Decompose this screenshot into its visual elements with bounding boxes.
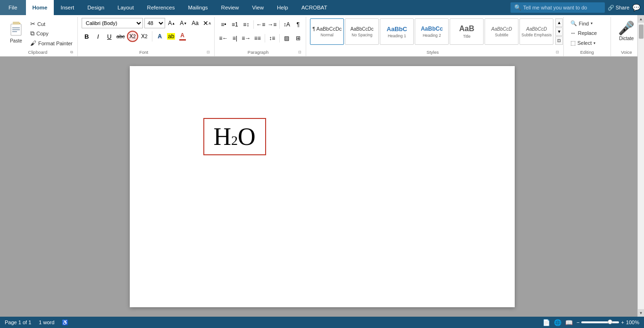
tabs-right: 🔍 Tell me what you want to do 🔗 Share 💬 — [510, 0, 644, 15]
multilevel-button[interactable]: ≡↕ — [241, 19, 251, 30]
zoom-out-button[interactable]: − — [577, 320, 579, 325]
dictate-button[interactable]: 🎤 Dictate — [614, 18, 638, 43]
styles-scroll: ▲ ▼ ⊡ — [555, 18, 563, 45]
tab-view[interactable]: View — [245, 0, 270, 15]
find-button[interactable]: 🔍 Find ▾ — [568, 19, 595, 28]
para-divider-4 — [279, 34, 280, 42]
numbering-button[interactable]: ≡1 — [230, 19, 240, 30]
style-title[interactable]: AaB Title — [450, 18, 484, 45]
paragraph-label: Paragraph — [218, 48, 298, 56]
select-button[interactable]: ⬚ Select ▾ — [568, 38, 599, 48]
show-marks-button[interactable]: ¶ — [293, 19, 303, 30]
replace-button[interactable]: ↔ Replace — [568, 28, 600, 38]
editing-group: 🔍 Find ▾ ↔ Replace ⬚ Select ▾ Editing — [564, 17, 611, 56]
align-left-button[interactable]: ≡← — [218, 33, 229, 43]
editing-label-row: Editing — [568, 48, 607, 56]
text-effects-button[interactable]: A — [155, 31, 165, 42]
svg-rect-4 — [12, 29, 20, 30]
zoom-slider[interactable] — [581, 321, 619, 323]
shrink-font-button[interactable]: A▼ — [178, 18, 189, 28]
decrease-indent-button[interactable]: ←≡ — [256, 19, 266, 30]
style-heading1[interactable]: AaBbC Heading 1 — [380, 18, 414, 45]
superscript-button[interactable]: X2 — [139, 31, 150, 42]
document-area[interactable]: H2O — [0, 57, 644, 317]
accessibility-icon[interactable]: ♿ — [62, 320, 68, 326]
change-case-button[interactable]: Aa — [190, 18, 201, 28]
tab-home[interactable]: Home — [26, 0, 54, 15]
tab-design[interactable]: Design — [81, 0, 111, 15]
paste-button[interactable]: Paste — [6, 18, 26, 45]
svg-rect-5 — [12, 31, 17, 32]
underline-button[interactable]: U — [104, 31, 115, 42]
ribbon-search-box[interactable]: 🔍 Tell me what you want to do — [510, 2, 605, 13]
scroll-thumb[interactable] — [639, 25, 644, 39]
tab-acrobat[interactable]: ACROBAT — [295, 0, 334, 15]
italic-button[interactable]: I — [93, 31, 103, 42]
h2o-formula-text: H2O — [214, 123, 256, 151]
scroll-up-arrow[interactable]: ▲ — [638, 15, 644, 23]
styles-content: ¶ AaBbCcDc Normal AaBbCcDc No Spacing Aa… — [310, 17, 563, 48]
clear-formatting-button[interactable]: ✕A — [202, 18, 212, 28]
font-size-select[interactable]: 48 — [144, 18, 165, 28]
bold-button[interactable]: B — [82, 31, 92, 42]
para-row-1: ≡• ≡1 ≡↕ ←≡ →≡ ↕A ¶ — [218, 18, 303, 31]
zoom-in-button[interactable]: + — [621, 320, 624, 325]
clipboard-expand-icon[interactable]: ⧉ — [70, 50, 74, 55]
font-expand-icon[interactable]: ⊡ — [206, 50, 210, 55]
styles-group: ¶ AaBbCcDc Normal AaBbCcDc No Spacing Aa… — [306, 17, 563, 56]
increase-indent-button[interactable]: →≡ — [267, 19, 277, 30]
style-subtle-emphasis[interactable]: AaBbCcD Subtle Emphasis — [519, 18, 553, 45]
shading-button[interactable]: ▨ — [282, 33, 292, 43]
bullets-button[interactable]: ≡• — [218, 19, 229, 30]
copy-button[interactable]: ⧉ Copy — [28, 29, 75, 38]
borders-button[interactable]: ⊞ — [293, 33, 303, 43]
view-print-icon[interactable]: 📄 — [543, 319, 550, 326]
font-group: Calibri (Body) 48 A▲ A▼ Aa ✕A B I U abc … — [78, 17, 215, 56]
format-painter-icon: 🖌 — [30, 40, 36, 47]
style-normal[interactable]: ¶ AaBbCcDc Normal — [310, 18, 344, 45]
tab-file[interactable]: File — [0, 0, 26, 15]
view-read-icon[interactable]: 📖 — [565, 319, 573, 326]
clipboard-label-row: Clipboard ⧉ — [6, 48, 74, 56]
search-placeholder: Tell me what you want to do — [523, 5, 587, 10]
tab-layout[interactable]: Layout — [111, 0, 141, 15]
styles-scroll-up[interactable]: ▲ — [555, 18, 563, 27]
subscript-button[interactable]: X2 — [127, 31, 138, 42]
align-right-button[interactable]: ≡→ — [241, 33, 251, 43]
copy-icon: ⧉ — [30, 30, 34, 37]
style-heading2[interactable]: AaBbCc Heading 2 — [415, 18, 449, 45]
comments-button[interactable]: 💬 — [632, 4, 640, 11]
paragraph-expand-icon[interactable]: ⊡ — [298, 50, 302, 55]
align-center-button[interactable]: ≡| — [230, 33, 240, 43]
share-button[interactable]: 🔗 Share — [608, 5, 629, 11]
styles-scroll-down[interactable]: ▼ — [555, 27, 563, 36]
sort-button[interactable]: ↕A — [282, 19, 292, 30]
line-spacing-button[interactable]: ↕≡ — [267, 33, 277, 43]
tab-help[interactable]: Help — [270, 0, 295, 15]
tab-mailings[interactable]: Mailings — [181, 0, 214, 15]
document-page: H2O — [130, 66, 515, 307]
format-painter-button[interactable]: 🖌 Format Painter — [28, 39, 75, 48]
zoom-controls: − + 100% — [577, 320, 639, 325]
font-color-button[interactable]: A — [177, 31, 188, 42]
tab-references[interactable]: References — [141, 0, 182, 15]
find-icon: 🔍 — [570, 20, 577, 26]
highlight-button[interactable]: ab — [166, 31, 176, 42]
tab-review[interactable]: Review — [215, 0, 246, 15]
h2o-subscript: 2 — [231, 134, 238, 147]
para-divider-3 — [265, 34, 265, 42]
styles-expand[interactable]: ⊡ — [555, 36, 563, 45]
strikethrough-button[interactable]: abc — [116, 31, 126, 42]
justify-button[interactable]: ≡≡ — [252, 33, 263, 43]
tabs-left: File Home Insert Design Layout Reference… — [0, 0, 334, 15]
voice-content: 🎤 Dictate — [615, 17, 638, 48]
styles-expand-icon[interactable]: ⊡ — [555, 50, 560, 55]
grow-font-button[interactable]: A▲ — [167, 18, 177, 28]
style-no-spacing[interactable]: AaBbCcDc No Spacing — [345, 18, 379, 45]
view-web-icon[interactable]: 🌐 — [554, 319, 561, 326]
font-family-select[interactable]: Calibri (Body) — [82, 18, 143, 28]
cut-button[interactable]: ✂ Cut — [28, 19, 75, 28]
tab-insert[interactable]: Insert — [54, 0, 81, 15]
style-subtitle[interactable]: AaBbCcD Subtitle — [485, 18, 519, 45]
scroll-down-arrow[interactable]: ▼ — [638, 309, 644, 317]
